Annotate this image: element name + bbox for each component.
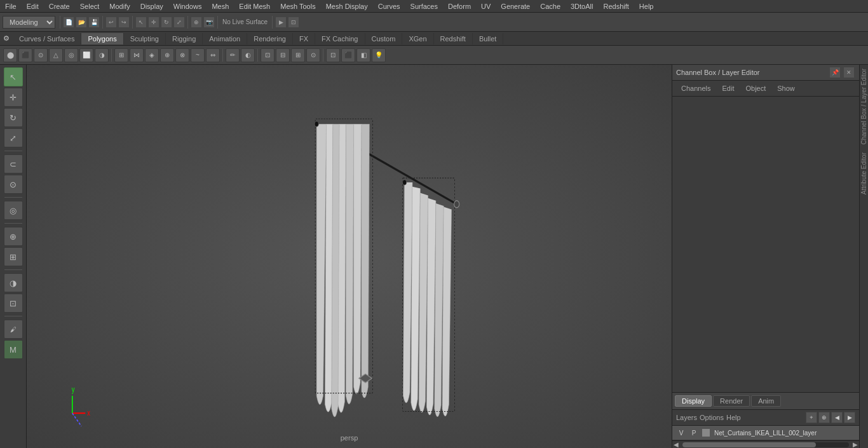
menu-meshtools[interactable]: Mesh Tools — [275, 1, 320, 11]
tab-curves-surfaces[interactable]: Curves / Surfaces — [13, 33, 81, 44]
rotate-icon[interactable]: ↻ — [161, 17, 172, 28]
menu-redshift[interactable]: Redshift — [598, 1, 634, 11]
sculpt-btn[interactable]: 🖌 — [4, 320, 23, 339]
ch-tab-channels[interactable]: Channels — [676, 83, 715, 93]
ipr-icon[interactable]: ⊡ — [288, 17, 299, 28]
viewport[interactable]: View Shading Lighting Show Renderer Pane… — [27, 65, 672, 448]
light-icon[interactable]: 💡 — [372, 48, 386, 62]
xray-btn[interactable]: ◑ — [4, 273, 23, 292]
menu-uv[interactable]: UV — [476, 1, 496, 11]
snap-pt-btn[interactable]: ⊕ — [4, 227, 23, 246]
rotate-tool-btn[interactable]: ↻ — [4, 108, 23, 127]
scale-tool-btn[interactable]: ⤢ — [4, 128, 23, 147]
tab-xgen[interactable]: XGen — [402, 33, 433, 44]
layer-row[interactable]: V P Net_Curtains_IKEA_LILL_002_layer — [672, 426, 859, 440]
panel-close-icon[interactable]: ✕ — [843, 67, 855, 78]
ch-tab-show[interactable]: Show — [772, 83, 800, 93]
frame-all-icon[interactable]: ⊡ — [261, 48, 275, 62]
scroll-track[interactable] — [682, 442, 849, 447]
tab-bullet[interactable]: Bullet — [473, 33, 504, 44]
layer-add-icon[interactable]: + — [806, 412, 817, 423]
menu-3dtoall[interactable]: 3DtoAll — [566, 1, 598, 11]
isolate-btn[interactable]: ⊡ — [4, 294, 23, 313]
display-tab-anim[interactable]: Anim — [751, 395, 781, 407]
display-tab-display[interactable]: Display — [675, 395, 712, 407]
select-icon[interactable]: ↖ — [135, 17, 147, 28]
wireframe-icon[interactable]: ⊡ — [326, 48, 340, 62]
smooth-icon[interactable]: ~ — [191, 48, 205, 62]
soft-sel-btn[interactable]: ◎ — [4, 201, 23, 220]
ch-tab-edit[interactable]: Edit — [717, 83, 739, 93]
save-icon[interactable]: 💾 — [88, 17, 100, 28]
pin-icon[interactable]: 📌 — [829, 67, 841, 78]
help-menu[interactable]: Help — [726, 414, 741, 421]
combine-icon[interactable]: ⊕ — [160, 48, 174, 62]
snap-icon[interactable]: ⊕ — [191, 17, 202, 28]
menu-curves[interactable]: Curves — [373, 1, 405, 11]
new-file-icon[interactable]: 📄 — [63, 17, 74, 28]
select-tool-btn[interactable]: ↖ — [4, 67, 23, 86]
move-tool-btn[interactable]: ✛ — [4, 88, 23, 107]
maya-logo-btn[interactable]: M — [4, 340, 23, 359]
layer-prev-icon[interactable]: ◀ — [831, 412, 843, 423]
layer-add-sel-icon[interactable]: ⊕ — [818, 412, 830, 423]
menu-create[interactable]: Create — [44, 1, 75, 11]
bevel-icon[interactable]: ◈ — [145, 48, 159, 62]
mirror-icon[interactable]: ⇔ — [206, 48, 220, 62]
texture-icon[interactable]: ◧ — [356, 48, 370, 62]
tab-rigging[interactable]: Rigging — [166, 33, 203, 44]
tab-polygons[interactable]: Polygons — [81, 33, 123, 44]
tab-gear-icon[interactable]: ⚙ — [0, 32, 13, 45]
menu-edit[interactable]: Edit — [22, 1, 44, 11]
scroll-right-arrow[interactable]: ▶ — [851, 441, 859, 448]
separate-icon[interactable]: ⊗ — [175, 48, 189, 62]
tab-fx[interactable]: FX — [293, 33, 315, 44]
menu-deform[interactable]: Deform — [443, 1, 476, 11]
ch-tab-object[interactable]: Object — [740, 83, 771, 93]
poly-cylinder-icon[interactable]: ⊙ — [34, 48, 48, 62]
menu-surfaces[interactable]: Surfaces — [405, 1, 443, 11]
paint-icon[interactable]: ✏ — [226, 48, 240, 62]
lasso-tool-btn[interactable]: ⊂ — [4, 154, 23, 173]
menu-meshdisplay[interactable]: Mesh Display — [321, 1, 373, 11]
menu-help[interactable]: Help — [634, 1, 659, 11]
poly-cube-icon[interactable]: ⬛ — [18, 48, 32, 62]
menu-modify[interactable]: Modify — [104, 1, 135, 11]
attribute-editor-side-label[interactable]: Attribute Editor — [860, 149, 867, 198]
paint-sel-btn[interactable]: ⊙ — [4, 175, 23, 194]
options-menu[interactable]: Options — [700, 414, 724, 421]
scale-icon[interactable]: ⤢ — [173, 17, 185, 28]
menu-display[interactable]: Display — [135, 1, 168, 11]
layers-scrollbar[interactable]: ◀ ▶ — [672, 440, 859, 448]
tab-fx-caching[interactable]: FX Caching — [315, 33, 365, 44]
camera-icon[interactable]: 📷 — [203, 17, 215, 28]
loop-sel-icon[interactable]: ⊙ — [306, 48, 320, 62]
menu-windows[interactable]: Windows — [168, 1, 207, 11]
menu-generate[interactable]: Generate — [496, 1, 535, 11]
layer-visibility[interactable]: V — [675, 430, 688, 437]
open-icon[interactable]: 📂 — [76, 17, 87, 28]
layer-color-swatch[interactable] — [702, 428, 710, 437]
tab-rendering[interactable]: Rendering — [247, 33, 293, 44]
scroll-left-arrow[interactable]: ◀ — [672, 441, 680, 448]
menu-file[interactable]: File — [0, 1, 22, 11]
display-tab-render[interactable]: Render — [713, 395, 750, 407]
scroll-thumb[interactable] — [682, 442, 816, 447]
undo-icon[interactable]: ↩ — [105, 17, 117, 28]
menu-editmesh[interactable]: Edit Mesh — [234, 1, 275, 11]
layer-playback[interactable]: P — [688, 430, 700, 437]
poly-cone-icon[interactable]: △ — [49, 48, 63, 62]
menu-mesh[interactable]: Mesh — [207, 1, 234, 11]
sculpt-icon[interactable]: ◐ — [241, 48, 255, 62]
tab-custom[interactable]: Custom — [365, 33, 403, 44]
poly-torus-icon[interactable]: ◎ — [64, 48, 78, 62]
frame-sel-icon[interactable]: ⊟ — [276, 48, 290, 62]
move-icon[interactable]: ✛ — [148, 17, 159, 28]
poly-disk-icon[interactable]: ◑ — [95, 48, 109, 62]
poly-plane-icon[interactable]: ⬜ — [79, 48, 93, 62]
tab-redshift[interactable]: Redshift — [434, 33, 473, 44]
mode-dropdown[interactable]: Modeling Rigging Animation FX — [3, 16, 55, 29]
menu-select[interactable]: Select — [75, 1, 105, 11]
tab-animation[interactable]: Animation — [203, 33, 247, 44]
render-icon[interactable]: ▶ — [275, 17, 287, 28]
